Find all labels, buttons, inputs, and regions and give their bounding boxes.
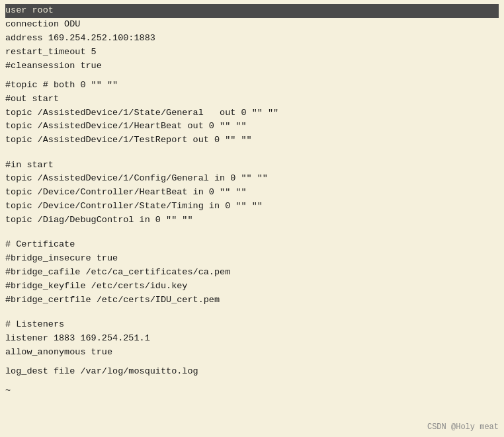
code-line: address 169.254.252.100:1883 xyxy=(5,32,499,46)
terminal-container: user rootconnection ODUaddress 169.254.2… xyxy=(0,0,504,437)
code-line xyxy=(5,73,499,79)
code-line: #out start xyxy=(5,93,499,106)
code-line: topic /Diag/DebugControl in 0 "" "" xyxy=(5,214,499,227)
code-line: topic /AssistedDevice/1/State/General ou… xyxy=(5,106,499,120)
code-line: #cleansession true xyxy=(5,60,499,73)
code-line: # Certificate xyxy=(5,238,499,252)
code-line: listener 1883 169.254.251.1 xyxy=(5,332,499,346)
code-line: #bridge_cafile /etc/ca_certificates/ca.p… xyxy=(5,266,499,280)
code-line: topic /AssistedDevice/1/Config/General i… xyxy=(5,172,499,186)
code-line: #bridge_insecure true xyxy=(5,252,499,266)
code-line xyxy=(5,153,499,158)
code-line: topic /AssistedDevice/1/TestReport out 0… xyxy=(5,134,499,147)
watermark: CSDN @Holy meat xyxy=(427,422,499,432)
code-line xyxy=(5,233,499,238)
code-line xyxy=(5,379,499,384)
code-line xyxy=(5,313,499,318)
code-line: user root xyxy=(5,4,499,18)
code-line xyxy=(5,227,499,233)
code-line: log_dest file /var/log/mosquitto.log xyxy=(5,365,499,379)
code-line xyxy=(5,360,499,365)
code-line: # Listeners xyxy=(5,318,499,332)
code-block: user rootconnection ODUaddress 169.254.2… xyxy=(5,4,499,398)
code-line: #bridge_keyfile /etc/certs/idu.key xyxy=(5,280,499,294)
code-line: allow_anonymous true xyxy=(5,346,499,360)
code-line: #topic # both 0 "" "" xyxy=(5,79,499,93)
code-line: #bridge_certfile /etc/certs/IDU_cert.pem xyxy=(5,294,499,307)
code-line: connection ODU xyxy=(5,18,499,32)
code-line: topic /Device/Controller/HeartBeat in 0 … xyxy=(5,186,499,200)
code-line: #in start xyxy=(5,159,499,173)
code-line: ~ xyxy=(5,384,499,398)
code-line xyxy=(5,307,499,313)
code-line: topic /AssistedDevice/1/HeartBeat out 0 … xyxy=(5,120,499,134)
code-line: topic /Device/Controller/State/Timing in… xyxy=(5,200,499,214)
code-line xyxy=(5,147,499,153)
code-line: restart_timeout 5 xyxy=(5,46,499,60)
